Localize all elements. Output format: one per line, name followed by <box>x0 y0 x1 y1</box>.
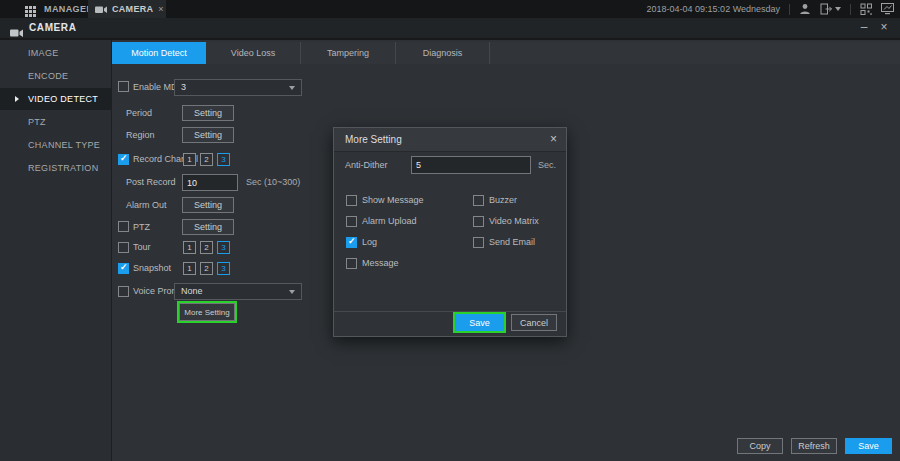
display-output-icon[interactable] <box>881 3 894 15</box>
record-channel-checkbox[interactable] <box>118 154 129 165</box>
alarm-upload-label: Alarm Upload <box>362 215 417 228</box>
post-record-input[interactable] <box>182 174 238 191</box>
tab-diagnosis[interactable]: Diagnosis <box>396 42 490 64</box>
message-label: Message <box>362 257 399 270</box>
post-record-label: Post Record <box>126 174 176 191</box>
snapshot-3-button[interactable]: 3 <box>217 262 230 275</box>
dialog-cancel-button[interactable]: Cancel <box>511 314 557 331</box>
voice-prompts-value: None <box>181 286 203 296</box>
system-datetime: 2018-04-04 09:15:02 Wednesday <box>647 4 780 14</box>
refresh-button[interactable]: Refresh <box>791 438 837 454</box>
copy-button[interactable]: Copy <box>737 438 783 454</box>
snapshot-label: Snapshot <box>133 261 171 275</box>
snapshot-2-button[interactable]: 2 <box>200 262 213 275</box>
sidebar-item-channel-type[interactable]: CHANNEL TYPE <box>0 134 112 156</box>
page-title-bar: CAMERA – × <box>0 18 900 40</box>
sidebar-item-label: REGISTRATION <box>28 163 98 173</box>
sidebar-item-label: PTZ <box>28 117 46 127</box>
enable-md-value: 3 <box>181 82 186 92</box>
tour-3-button[interactable]: 3 <box>217 241 230 254</box>
voice-prompts-checkbox[interactable] <box>118 286 129 297</box>
voice-prompts-select[interactable]: None <box>174 283 302 300</box>
sidebar-item-image[interactable]: IMAGE <box>0 42 112 64</box>
sidebar-item-registration[interactable]: REGISTRATION <box>0 157 112 179</box>
logout-icon[interactable] <box>820 3 841 15</box>
sidebar-item-video-detect[interactable]: VIDEO DETECT <box>0 88 112 110</box>
more-setting-button[interactable]: More Setting <box>179 303 235 321</box>
camera-tab-close-icon[interactable]: × <box>158 4 163 14</box>
record-channel-1-button[interactable]: 1 <box>183 153 196 166</box>
divider <box>850 4 851 15</box>
more-setting-highlight: More Setting <box>177 301 237 323</box>
region-setting-button[interactable]: Setting <box>182 127 234 143</box>
send-email-checkbox[interactable] <box>473 237 484 248</box>
dropdown-arrow-icon <box>289 86 295 90</box>
top-menu-bar: MANAGEMENT CAMERA × 2018-04-04 09:15:02 … <box>0 0 900 18</box>
period-label: Period <box>126 105 152 121</box>
snapshot-checkbox[interactable] <box>118 263 129 274</box>
period-setting-button[interactable]: Setting <box>182 105 234 121</box>
alarm-upload-checkbox[interactable] <box>346 216 357 227</box>
sidebar-item-label: ENCODE <box>28 71 68 81</box>
save-highlight: Save <box>453 312 506 333</box>
dialog-save-button[interactable]: Save <box>455 314 504 331</box>
sidebar-item-label: VIDEO DETECT <box>28 94 98 104</box>
active-item-arrow-icon <box>15 96 19 102</box>
sidebar-item-label: IMAGE <box>28 48 59 58</box>
tab-motion-detect[interactable]: Motion Detect <box>112 42 206 64</box>
region-label: Region <box>126 127 155 143</box>
app-window: MANAGEMENT CAMERA × 2018-04-04 09:15:02 … <box>0 0 900 461</box>
tour-2-button[interactable]: 2 <box>200 241 213 254</box>
enable-md-checkbox[interactable] <box>118 81 129 92</box>
dialog-title: More Setting <box>334 128 566 152</box>
video-matrix-checkbox[interactable] <box>473 216 484 227</box>
tour-label: Tour <box>133 240 151 254</box>
anti-dither-unit: Sec. <box>538 156 556 174</box>
post-record-unit: Sec (10~300) <box>246 174 300 191</box>
topbar-right-group: 2018-04-04 09:15:02 Wednesday <box>647 0 894 18</box>
user-icon[interactable] <box>799 3 811 15</box>
message-checkbox[interactable] <box>346 258 357 269</box>
detect-tabstrip: Motion Detect Video Loss Tampering Diagn… <box>112 42 900 64</box>
more-setting-dialog: More Setting × Anti-Dither Sec. Show Mes… <box>333 127 567 337</box>
sidebar-item-ptz[interactable]: PTZ <box>0 111 112 133</box>
minimize-button[interactable]: – <box>856 18 872 38</box>
log-checkbox[interactable] <box>346 237 357 248</box>
anti-dither-input[interactable] <box>411 156 531 174</box>
tour-1-button[interactable]: 1 <box>183 241 196 254</box>
dropdown-arrow-icon <box>289 290 295 294</box>
sidebar-item-encode[interactable]: ENCODE <box>0 65 112 87</box>
dialog-close-icon[interactable]: × <box>550 128 557 152</box>
save-button[interactable]: Save <box>845 438 892 454</box>
record-channel-3-button[interactable]: 3 <box>217 153 230 166</box>
sidebar-item-label: CHANNEL TYPE <box>28 140 100 150</box>
camera-icon <box>95 0 107 18</box>
alarm-out-setting-button[interactable]: Setting <box>182 197 234 213</box>
divider <box>789 4 790 15</box>
enable-md-label: Enable MD <box>133 79 178 95</box>
tab-video-loss[interactable]: Video Loss <box>206 42 301 64</box>
enable-md-select[interactable]: 3 <box>174 79 302 96</box>
tour-checkbox[interactable] <box>118 242 129 253</box>
logout-caret-icon <box>835 7 841 11</box>
alarm-out-label: Alarm Out <box>126 197 167 213</box>
ptz-label: PTZ <box>133 219 150 235</box>
camera-tab-label: CAMERA <box>112 4 153 14</box>
snapshot-1-button[interactable]: 1 <box>183 262 196 275</box>
page-title: CAMERA <box>29 18 77 38</box>
send-email-label: Send Email <box>489 236 535 249</box>
sidebar: IMAGE ENCODE VIDEO DETECT PTZ CHANNEL TY… <box>0 40 112 461</box>
camera-tab[interactable]: CAMERA × <box>88 0 166 18</box>
close-button[interactable]: × <box>876 18 892 38</box>
video-matrix-label: Video Matrix <box>489 215 539 228</box>
show-message-checkbox[interactable] <box>346 195 357 206</box>
log-label: Log <box>362 236 377 249</box>
anti-dither-label: Anti-Dither <box>345 156 388 174</box>
record-channel-2-button[interactable]: 2 <box>200 153 213 166</box>
ptz-setting-button[interactable]: Setting <box>182 219 234 235</box>
tab-tampering[interactable]: Tampering <box>301 42 396 64</box>
ptz-checkbox[interactable] <box>118 221 129 232</box>
buzzer-checkbox[interactable] <box>473 195 484 206</box>
qr-code-icon[interactable] <box>860 3 872 15</box>
dialog-footer-divider <box>334 311 566 312</box>
